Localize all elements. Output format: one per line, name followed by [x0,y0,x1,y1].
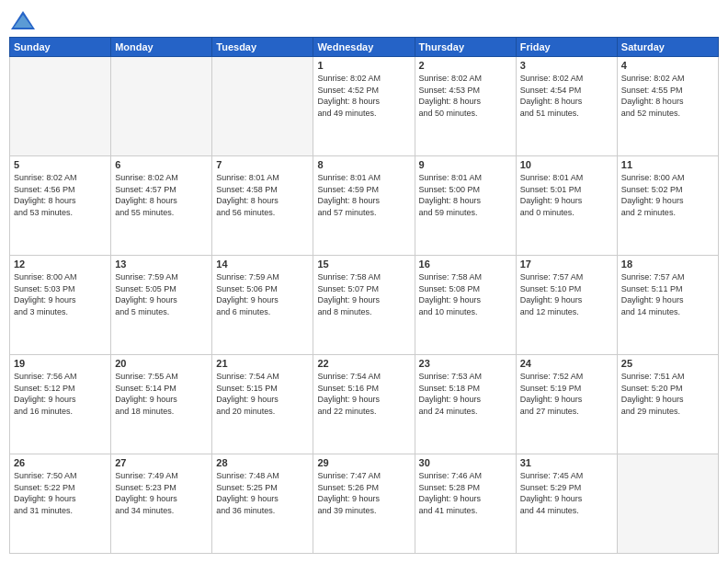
calendar-row-4: 26Sunrise: 7:50 AMSunset: 5:22 PMDayligh… [10,454,719,554]
day-number: 31 [520,457,613,468]
day-number: 27 [115,457,208,468]
day-info: Sunrise: 8:01 AMSunset: 4:58 PMDaylight:… [216,172,309,218]
day-info: Sunrise: 7:53 AMSunset: 5:18 PMDaylight:… [419,371,512,417]
day-number: 4 [621,60,714,71]
day-info: Sunrise: 8:02 AMSunset: 4:57 PMDaylight:… [115,172,208,218]
calendar-cell: 27Sunrise: 7:49 AMSunset: 5:23 PMDayligh… [111,454,212,554]
day-info: Sunrise: 7:57 AMSunset: 5:10 PMDaylight:… [520,271,613,317]
calendar-cell: 18Sunrise: 7:57 AMSunset: 5:11 PMDayligh… [617,256,718,355]
calendar-cell: 5Sunrise: 8:02 AMSunset: 4:56 PMDaylight… [10,156,111,256]
calendar-cell: 9Sunrise: 8:01 AMSunset: 5:00 PMDaylight… [415,156,516,256]
calendar-cell: 29Sunrise: 7:47 AMSunset: 5:26 PMDayligh… [313,454,415,554]
col-header-wednesday: Wednesday [313,38,415,57]
day-info: Sunrise: 8:02 AMSunset: 4:54 PMDaylight:… [520,73,613,119]
col-header-thursday: Thursday [415,38,516,57]
calendar-cell: 2Sunrise: 8:02 AMSunset: 4:53 PMDaylight… [415,57,516,156]
day-info: Sunrise: 7:45 AMSunset: 5:29 PMDaylight:… [520,470,613,516]
day-info: Sunrise: 7:47 AMSunset: 5:26 PMDaylight:… [317,470,410,516]
col-header-sunday: Sunday [10,38,111,57]
day-number: 20 [115,358,208,369]
col-header-saturday: Saturday [617,38,718,57]
day-info: Sunrise: 7:59 AMSunset: 5:05 PMDaylight:… [115,271,208,317]
day-info: Sunrise: 7:48 AMSunset: 5:25 PMDaylight:… [216,470,309,516]
calendar-cell: 28Sunrise: 7:48 AMSunset: 5:25 PMDayligh… [212,454,313,554]
day-info: Sunrise: 7:46 AMSunset: 5:28 PMDaylight:… [419,470,512,516]
calendar-cell: 26Sunrise: 7:50 AMSunset: 5:22 PMDayligh… [10,454,111,554]
calendar-cell: 30Sunrise: 7:46 AMSunset: 5:28 PMDayligh… [415,454,516,554]
calendar-cell: 3Sunrise: 8:02 AMSunset: 4:54 PMDaylight… [516,57,617,156]
calendar-row-1: 5Sunrise: 8:02 AMSunset: 4:56 PMDaylight… [10,156,719,256]
day-info: Sunrise: 7:58 AMSunset: 5:07 PMDaylight:… [317,271,410,317]
day-info: Sunrise: 8:01 AMSunset: 5:01 PMDaylight:… [520,172,613,218]
day-number: 5 [14,159,107,170]
calendar-cell [212,57,313,156]
day-number: 18 [621,259,714,270]
col-header-friday: Friday [516,38,617,57]
day-info: Sunrise: 8:00 AMSunset: 5:03 PMDaylight:… [14,271,107,317]
calendar-cell: 15Sunrise: 7:58 AMSunset: 5:07 PMDayligh… [313,256,415,355]
day-info: Sunrise: 8:01 AMSunset: 5:00 PMDaylight:… [419,172,512,218]
day-number: 14 [216,259,309,270]
day-info: Sunrise: 7:55 AMSunset: 5:14 PMDaylight:… [115,371,208,417]
day-info: Sunrise: 8:01 AMSunset: 4:59 PMDaylight:… [317,172,410,218]
day-number: 16 [419,259,512,270]
calendar-cell: 12Sunrise: 8:00 AMSunset: 5:03 PMDayligh… [10,256,111,355]
calendar-cell: 24Sunrise: 7:52 AMSunset: 5:19 PMDayligh… [516,355,617,454]
day-number: 13 [115,259,208,270]
day-info: Sunrise: 8:02 AMSunset: 4:56 PMDaylight:… [14,172,107,218]
calendar-cell: 4Sunrise: 8:02 AMSunset: 4:55 PMDaylight… [617,57,718,156]
day-info: Sunrise: 8:02 AMSunset: 4:55 PMDaylight:… [621,73,714,119]
day-number: 23 [419,358,512,369]
day-info: Sunrise: 7:49 AMSunset: 5:23 PMDaylight:… [115,470,208,516]
logo [9,9,40,31]
day-number: 22 [317,358,410,369]
day-number: 26 [14,457,107,468]
day-number: 24 [520,358,613,369]
day-info: Sunrise: 7:54 AMSunset: 5:16 PMDaylight:… [317,371,410,417]
day-number: 1 [317,60,410,71]
day-number: 21 [216,358,309,369]
col-header-monday: Monday [111,38,212,57]
calendar-cell: 20Sunrise: 7:55 AMSunset: 5:14 PMDayligh… [111,355,212,454]
calendar-cell: 25Sunrise: 7:51 AMSunset: 5:20 PMDayligh… [617,355,718,454]
day-number: 19 [14,358,107,369]
day-number: 6 [115,159,208,170]
day-number: 15 [317,259,410,270]
day-info: Sunrise: 7:57 AMSunset: 5:11 PMDaylight:… [621,271,714,317]
day-number: 7 [216,159,309,170]
day-info: Sunrise: 7:54 AMSunset: 5:15 PMDaylight:… [216,371,309,417]
day-number: 12 [14,259,107,270]
calendar-cell [617,454,718,554]
header [9,9,719,31]
day-info: Sunrise: 7:50 AMSunset: 5:22 PMDaylight:… [14,470,107,516]
calendar-cell: 1Sunrise: 8:02 AMSunset: 4:52 PMDaylight… [313,57,415,156]
day-info: Sunrise: 7:52 AMSunset: 5:19 PMDaylight:… [520,371,613,417]
day-number: 3 [520,60,613,71]
calendar-cell: 14Sunrise: 7:59 AMSunset: 5:06 PMDayligh… [212,256,313,355]
day-number: 2 [419,60,512,71]
day-number: 8 [317,159,410,170]
calendar-cell: 31Sunrise: 7:45 AMSunset: 5:29 PMDayligh… [516,454,617,554]
day-number: 25 [621,358,714,369]
calendar-cell [10,57,111,156]
day-number: 11 [621,159,714,170]
calendar-cell: 22Sunrise: 7:54 AMSunset: 5:16 PMDayligh… [313,355,415,454]
day-number: 17 [520,259,613,270]
calendar-cell: 8Sunrise: 8:01 AMSunset: 4:59 PMDaylight… [313,156,415,256]
day-info: Sunrise: 8:02 AMSunset: 4:53 PMDaylight:… [419,73,512,119]
logo-icon [9,9,37,31]
day-info: Sunrise: 8:00 AMSunset: 5:02 PMDaylight:… [621,172,714,218]
day-info: Sunrise: 7:51 AMSunset: 5:20 PMDaylight:… [621,371,714,417]
day-number: 29 [317,457,410,468]
calendar-cell: 10Sunrise: 8:01 AMSunset: 5:01 PMDayligh… [516,156,617,256]
col-header-tuesday: Tuesday [212,38,313,57]
calendar-cell: 13Sunrise: 7:59 AMSunset: 5:05 PMDayligh… [111,256,212,355]
calendar-table: SundayMondayTuesdayWednesdayThursdayFrid… [9,37,719,554]
calendar-cell: 19Sunrise: 7:56 AMSunset: 5:12 PMDayligh… [10,355,111,454]
calendar-cell [111,57,212,156]
day-number: 10 [520,159,613,170]
day-number: 28 [216,457,309,468]
calendar-cell: 23Sunrise: 7:53 AMSunset: 5:18 PMDayligh… [415,355,516,454]
calendar-row-3: 19Sunrise: 7:56 AMSunset: 5:12 PMDayligh… [10,355,719,454]
day-info: Sunrise: 7:56 AMSunset: 5:12 PMDaylight:… [14,371,107,417]
